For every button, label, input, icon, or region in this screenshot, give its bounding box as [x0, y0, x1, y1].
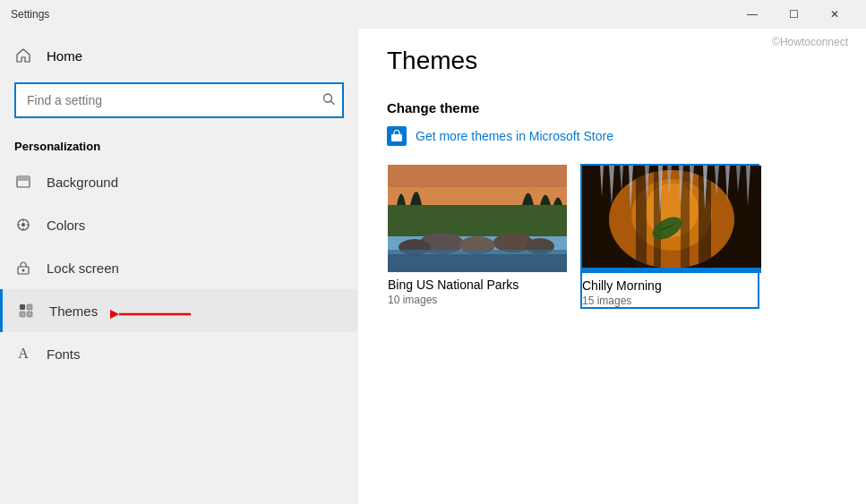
store-link-label: Get more themes in Microsoft Store [416, 129, 613, 143]
personalization-section-title: Personalization [0, 132, 358, 160]
selected-theme-strip [582, 268, 761, 273]
themes-icon [17, 302, 35, 320]
search-icon [322, 93, 335, 108]
svg-rect-8 [20, 304, 25, 310]
colors-icon [14, 216, 32, 234]
main-container: Home Personalization Background [0, 29, 866, 504]
page-title: Themes [387, 47, 837, 75]
svg-rect-18 [388, 205, 567, 236]
theme-count: 10 images [388, 294, 565, 306]
svg-rect-17 [388, 165, 567, 187]
sidebar-item-themes[interactable]: Themes [0, 289, 358, 332]
svg-point-21 [493, 233, 533, 252]
sidebar-item-home[interactable]: Home [0, 29, 358, 82]
svg-point-5 [21, 223, 25, 226]
sidebar: Home Personalization Background [0, 29, 358, 504]
content-area: ©Howtoconnect Themes Change theme Get mo… [358, 29, 866, 504]
svg-rect-10 [20, 312, 25, 317]
svg-rect-30 [636, 166, 647, 273]
window-controls: — ☐ ✕ [732, 0, 855, 29]
lock-screen-icon [14, 259, 32, 277]
sidebar-item-lock-screen[interactable]: Lock screen [0, 246, 358, 289]
theme-thumbnail-chilly [582, 166, 761, 273]
sidebar-item-label: Background [47, 175, 118, 190]
sidebar-item-label: Fonts [47, 346, 81, 362]
chilly-arrow-annotation [752, 175, 761, 210]
window-title: Settings [11, 8, 732, 21]
change-theme-title: Change theme [387, 100, 837, 115]
svg-line-1 [331, 101, 335, 105]
store-icon [387, 126, 407, 146]
title-bar: Settings — ☐ ✕ [0, 0, 866, 29]
themes-arrow-annotation [110, 302, 200, 327]
close-button[interactable]: ✕ [814, 0, 855, 29]
themes-grid: Bing US National Parks 10 images [387, 164, 837, 309]
sidebar-home-label: Home [47, 48, 82, 64]
watermark: ©Howtoconnect [772, 36, 848, 48]
search-input[interactable] [14, 82, 344, 118]
maximize-button[interactable]: ☐ [773, 0, 814, 29]
svg-point-7 [22, 269, 25, 272]
sidebar-item-label: Themes [49, 303, 98, 319]
theme-card-bing[interactable]: Bing US National Parks 10 images [387, 164, 566, 309]
minimize-button[interactable]: — [732, 0, 773, 29]
svg-rect-14 [391, 134, 402, 141]
svg-rect-3 [17, 176, 30, 181]
svg-rect-11 [27, 312, 32, 317]
svg-rect-25 [388, 254, 567, 272]
sidebar-item-colors[interactable]: Colors [0, 203, 358, 246]
sidebar-item-label: Lock screen [47, 261, 119, 276]
sidebar-item-label: Colors [47, 218, 85, 233]
fonts-icon: A [14, 345, 32, 363]
theme-card-chilly[interactable]: Chilly Morning 15 images [580, 164, 759, 309]
theme-thumbnail-bing [388, 165, 567, 272]
home-icon [14, 47, 32, 64]
sidebar-item-background[interactable]: Background [0, 160, 358, 203]
theme-count: 15 images [582, 295, 758, 307]
theme-name: Bing US National Parks [388, 278, 565, 292]
ms-store-link[interactable]: Get more themes in Microsoft Store [387, 126, 837, 146]
background-icon [14, 173, 32, 191]
search-container [14, 82, 344, 118]
svg-rect-9 [27, 304, 32, 310]
sidebar-item-fonts[interactable]: A Fonts [0, 332, 358, 375]
theme-name: Chilly Morning [582, 278, 758, 293]
